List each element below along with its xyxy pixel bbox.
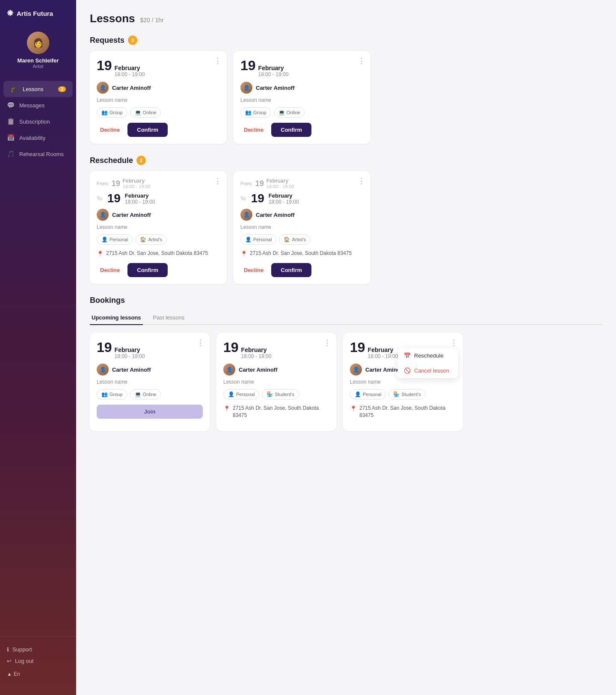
tag-group-label: Group bbox=[110, 110, 123, 115]
support-icon: ℹ bbox=[7, 646, 9, 653]
student-name: Carter Aminoff bbox=[112, 367, 151, 373]
to-label: To: bbox=[240, 196, 247, 201]
join-button-1[interactable]: Join bbox=[97, 405, 203, 419]
date-month: February bbox=[115, 65, 145, 71]
tab-upcoming[interactable]: Upcoming lessons bbox=[90, 311, 143, 325]
to-time: 18:00 - 19:00 bbox=[269, 199, 299, 205]
personal-icon: 👤 bbox=[355, 391, 361, 397]
confirm-button-rs-2[interactable]: Confirm bbox=[271, 263, 311, 277]
student-name: Carter Aminoff bbox=[239, 367, 278, 373]
location-row: 📍 2715 Ash Dr. San Jose, South Dakota 83… bbox=[223, 405, 329, 419]
sidebar-bottom: ℹ Support ↩ Log out ▲ En bbox=[0, 636, 76, 686]
logout-icon: ↩ bbox=[7, 658, 12, 664]
decline-button-rs-1[interactable]: Decline bbox=[97, 264, 123, 276]
location-text: 2715 Ash Dr. San Jose, South Dakota 8347… bbox=[250, 250, 352, 257]
confirm-button-rs-1[interactable]: Confirm bbox=[127, 263, 168, 277]
language-toggle[interactable]: ▲ En bbox=[7, 668, 69, 680]
from-label: From: bbox=[240, 181, 253, 186]
date-day: 19 bbox=[223, 340, 239, 355]
booking-card-menu-3[interactable]: ⋮ bbox=[450, 338, 458, 347]
date-time: 18:00 - 19:00 bbox=[258, 71, 289, 77]
tag-personal-label: Personal bbox=[363, 392, 381, 397]
sidebar-item-rehearsal[interactable]: 🎵 Rehearsal Rooms bbox=[0, 146, 76, 162]
bookings-header: Bookings bbox=[90, 296, 602, 305]
sidebar-item-lessons[interactable]: 🎓 Lessons 2 bbox=[3, 81, 73, 97]
sidebar-item-messages[interactable]: 💬 Messages bbox=[0, 97, 76, 113]
student-name: Carter Aminoff bbox=[256, 212, 295, 218]
context-menu-cancel[interactable]: 🚫 Cancel lesson bbox=[398, 363, 458, 378]
from-row: From: 19 February 18:00 - 19:00 bbox=[97, 178, 220, 189]
support-label: Support bbox=[12, 646, 32, 653]
tag-group: 👥 Group bbox=[240, 107, 271, 118]
date-info: February 18:00 - 19:00 bbox=[115, 65, 145, 77]
card-menu-icon-rs-2[interactable]: ⋮ bbox=[358, 176, 365, 186]
from-month: February bbox=[267, 178, 294, 184]
student-row: 👤 Carter Aminoff bbox=[97, 364, 203, 376]
tag-group: 👥 Group bbox=[97, 389, 127, 399]
from-time: 18:00 - 19:00 bbox=[267, 184, 294, 189]
support-item[interactable]: ℹ Support bbox=[7, 644, 69, 655]
confirm-button-req-1[interactable]: Confirm bbox=[127, 123, 168, 137]
student-name: Carter Aminoff bbox=[112, 212, 151, 218]
tag-personal: 👤 Personal bbox=[97, 234, 133, 245]
lesson-name: Lesson name bbox=[223, 379, 329, 385]
avatar: 👩 bbox=[27, 32, 49, 54]
date-time: 18:00 - 19:00 bbox=[368, 353, 398, 359]
sidebar-item-rehearsal-label: Rehearsal Rooms bbox=[19, 151, 64, 157]
lesson-name: Lesson name bbox=[97, 224, 220, 230]
to-row: To: 19 February 18:00 - 19:00 bbox=[240, 192, 364, 205]
student-avatar: 👤 bbox=[350, 364, 362, 376]
date-day: 19 bbox=[240, 58, 256, 74]
confirm-button-req-2[interactable]: Confirm bbox=[271, 123, 311, 137]
date-info: February 18:00 - 19:00 bbox=[368, 346, 398, 359]
reschedule-cards: ⋮ From: 19 February 18:00 - 19:00 To: 19 bbox=[90, 171, 602, 284]
personal-icon: 👤 bbox=[245, 237, 252, 243]
date-info: February 18:00 - 19:00 bbox=[115, 346, 145, 359]
student-row: 👤 Carter Aminoff bbox=[240, 209, 364, 221]
reschedule-title: Reschedule bbox=[90, 156, 133, 165]
from-time: 18:00 - 19:00 bbox=[123, 184, 151, 189]
main-content: Lessons $20 / 1hr Requests 3 ⋮ 19 Februa… bbox=[76, 0, 616, 695]
tag-students-label: Student's bbox=[275, 392, 294, 397]
lessons-badge: 2 bbox=[58, 86, 66, 92]
to-month: February bbox=[125, 192, 155, 199]
tag-online: 💻 Online bbox=[274, 107, 305, 118]
from-row: From: 19 February 18:00 - 19:00 bbox=[240, 178, 364, 189]
bookings-title: Bookings bbox=[90, 296, 125, 305]
page-title: Lessons bbox=[90, 12, 135, 25]
sidebar-item-subscription[interactable]: 📋 Subscription bbox=[0, 113, 76, 130]
to-day: 19 bbox=[251, 192, 264, 205]
decline-button-rs-2[interactable]: Decline bbox=[240, 264, 267, 276]
from-month: February bbox=[123, 178, 151, 184]
date-month: February bbox=[258, 65, 289, 71]
context-menu-reschedule[interactable]: 📅 Reschedule bbox=[398, 348, 458, 363]
sidebar-item-availability[interactable]: 📅 Availability bbox=[0, 130, 76, 146]
requests-title: Requests bbox=[90, 36, 124, 45]
tag-online: 💻 Online bbox=[130, 107, 161, 118]
tag-artists: 🏠 Artist's bbox=[279, 234, 311, 245]
card-menu-icon-rs-1[interactable]: ⋮ bbox=[214, 176, 222, 186]
tab-past[interactable]: Past lessons bbox=[151, 311, 187, 325]
brand-name: Artis Futura bbox=[17, 10, 53, 17]
to-month: February bbox=[269, 192, 299, 199]
card-menu-icon-2[interactable]: ⋮ bbox=[358, 56, 365, 65]
group-icon: 👥 bbox=[245, 109, 252, 115]
group-icon: 👥 bbox=[101, 109, 108, 115]
card-menu-icon-1[interactable]: ⋮ bbox=[214, 56, 222, 65]
logout-item[interactable]: ↩ Log out bbox=[7, 655, 69, 667]
students-icon: 🏪 bbox=[267, 391, 273, 397]
date-month: February bbox=[115, 346, 145, 353]
decline-button-req-1[interactable]: Decline bbox=[97, 124, 123, 136]
tag-personal: 👤 Personal bbox=[223, 389, 259, 399]
tag-artists-label: Artist's bbox=[148, 237, 162, 242]
location-text: 2715 Ash Dr. San Jose, South Dakota 8347… bbox=[233, 405, 329, 419]
student-avatar: 👤 bbox=[223, 364, 235, 376]
booking-card-1: ⋮ 19 February 18:00 - 19:00 👤 Carter Ami… bbox=[90, 333, 210, 431]
tags: 👥 Group 💻 Online bbox=[240, 107, 364, 118]
booking-card-menu-2[interactable]: ⋮ bbox=[323, 338, 331, 347]
tag-online: 💻 Online bbox=[130, 389, 161, 399]
to-time: 18:00 - 19:00 bbox=[125, 199, 155, 205]
booking-card-menu-1[interactable]: ⋮ bbox=[197, 338, 204, 347]
decline-button-req-2[interactable]: Decline bbox=[240, 124, 267, 136]
to-row: To: 19 February 18:00 - 19:00 bbox=[97, 192, 220, 205]
